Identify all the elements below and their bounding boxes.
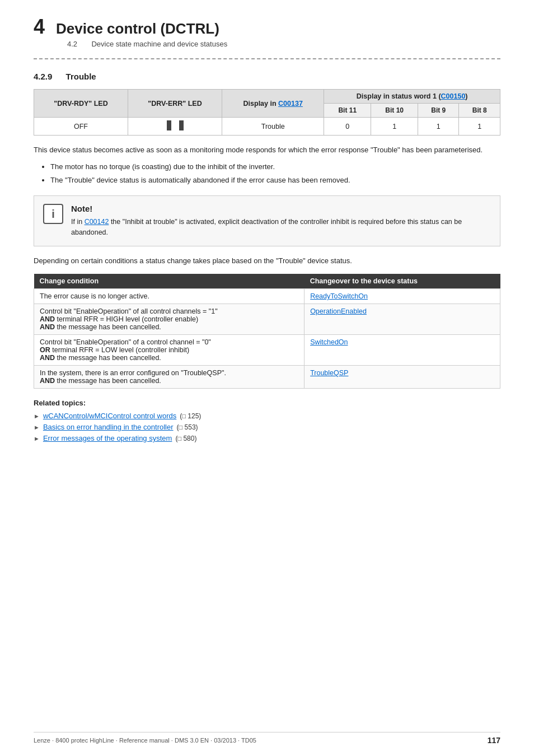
note-title: Note! — [71, 204, 491, 213]
note-icon: i — [43, 204, 63, 224]
change-col2-header: Changeover to the device status — [305, 274, 500, 289]
bullet-item-1: The motor has no torque (is coasting) du… — [50, 161, 500, 173]
chapter-title: Device control (DCTRL) — [56, 20, 219, 38]
change-row-2: Control bit "EnableOperation" of all con… — [34, 304, 500, 335]
display-cell: Trouble — [222, 118, 324, 136]
related-heading: Related topics: — [34, 399, 500, 407]
body-text: This device status becomes active as soo… — [34, 144, 500, 156]
change-status-2: OperationEnabled — [305, 304, 500, 335]
section-divider — [34, 58, 500, 59]
bit9-cell: 1 — [418, 118, 459, 136]
bullet-item-2: The "Trouble" device status is automatic… — [50, 175, 500, 186]
change-condition-4: In the system, there is an error configu… — [34, 366, 305, 389]
related-page-2: (□ 553) — [177, 423, 198, 431]
change-condition-1: The error cause is no longer active. — [34, 289, 305, 304]
change-status-3: SwitchedOn — [305, 335, 500, 366]
change-row-4: In the system, there is an error configu… — [34, 366, 500, 389]
c00142-link[interactable]: C00142 — [85, 218, 109, 226]
drv-err-cell — [128, 118, 222, 136]
related-link-3[interactable]: Error messages of the operating system — [43, 434, 172, 442]
c00150-link[interactable]: C00150 — [441, 92, 466, 100]
page-header: 4 Device control (DCTRL) — [34, 17, 500, 38]
sub-chapter: 4.2 Device state machine and device stat… — [67, 40, 500, 48]
related-page-3: (□ 580) — [175, 435, 196, 442]
page-number: 117 — [488, 736, 500, 745]
led-bar-1 — [167, 120, 171, 130]
bullet-list: The motor has no torque (is coasting) du… — [50, 161, 500, 187]
note-body: If in C00142 the "Inhibit at trouble" is… — [71, 217, 491, 238]
related-page-1: (□ 125) — [180, 412, 201, 420]
led-bar-2 — [179, 120, 184, 130]
arrow-icon-2: ► — [34, 424, 40, 431]
section-heading: 4.2.9 Trouble — [34, 72, 500, 81]
related-item-2: ► Basics on error handling in the contro… — [34, 423, 500, 431]
change-row-3: Control bit "EnableOperation" of a contr… — [34, 335, 500, 366]
change-status-4: TroubleQSP — [305, 366, 500, 389]
bit10-header: Bit 10 — [371, 104, 418, 118]
chapter-number: 4 — [34, 17, 45, 37]
drv-rdy-cell: OFF — [34, 118, 128, 136]
related-link-1[interactable]: wCANControl/wMCIControl control words — [43, 412, 176, 420]
change-condition-2: Control bit "EnableOperation" of all con… — [34, 304, 305, 335]
c00137-link[interactable]: C00137 — [278, 100, 303, 108]
bit9-header: Bit 9 — [418, 104, 459, 118]
footer-text: Lenze · 8400 protec HighLine · Reference… — [34, 737, 256, 744]
status-change-text: Depending on certain conditions a status… — [34, 255, 500, 267]
bit11-header: Bit 11 — [324, 104, 371, 118]
bit8-header: Bit 8 — [459, 104, 500, 118]
change-table: Change condition Changeover to the devic… — [34, 274, 500, 389]
arrow-icon-1: ► — [34, 413, 40, 419]
note-content: Note! If in C00142 the "Inhibit at troub… — [71, 204, 491, 238]
bit8-cell: 1 — [459, 118, 500, 136]
change-row-1: The error cause is no longer active. Rea… — [34, 289, 500, 304]
bit10-cell: 1 — [371, 118, 418, 136]
bit11-cell: 0 — [324, 118, 371, 136]
related-item-1: ► wCANControl/wMCIControl control words … — [34, 412, 500, 420]
related-list: ► wCANControl/wMCIControl control words … — [34, 412, 500, 442]
col-status-word: Display in status word 1 (C00150) — [324, 90, 500, 104]
related-item-3: ► Error messages of the operating system… — [34, 434, 500, 442]
change-condition-3: Control bit "EnableOperation" of a contr… — [34, 335, 305, 366]
change-col1-header: Change condition — [34, 274, 305, 289]
change-status-1: ReadyToSwitchOn — [305, 289, 500, 304]
led-blink-icon — [167, 120, 184, 130]
status-table: "DRV-RDY" LED "DRV-ERR" LED Display in C… — [34, 89, 500, 136]
page-footer: Lenze · 8400 protec HighLine · Reference… — [34, 732, 500, 745]
note-box: i Note! If in C00142 the "Inhibit at tro… — [34, 195, 500, 246]
col-display: Display in C00137 — [222, 90, 324, 118]
arrow-icon-3: ► — [34, 435, 40, 442]
related-link-2[interactable]: Basics on error handling in the controll… — [43, 423, 174, 431]
col-drv-err: "DRV-ERR" LED — [128, 90, 222, 118]
col-drv-rdy: "DRV-RDY" LED — [34, 90, 128, 118]
